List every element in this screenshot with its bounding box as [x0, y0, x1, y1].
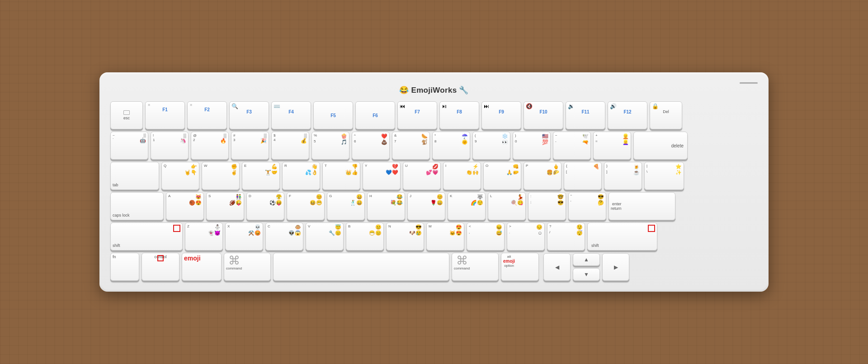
command-right-key[interactable]: ⌘ command	[452, 253, 499, 281]
u-key[interactable]: U💋 💕💗	[403, 162, 441, 190]
shift-right-red-square	[648, 225, 655, 232]
f3-key[interactable]: 🔍 F3	[229, 101, 269, 129]
period-key[interactable]: >😔 .☺️	[507, 222, 545, 251]
f4-key[interactable]: ⌨️ F4	[271, 101, 311, 129]
f7-key[interactable]: ⏮ F7	[397, 101, 437, 129]
5-key[interactable]: %🍿 5🎵	[311, 132, 349, 160]
keyboard: 😂 EmojiWorks 🔧 esc ☀ F1 ☀ F2	[99, 72, 769, 292]
capslock-label: caps lock	[113, 213, 130, 217]
enter-label: enter	[612, 202, 622, 206]
fn-key[interactable]: fn	[110, 253, 139, 281]
f10-key[interactable]: 🔇 F10	[524, 101, 563, 129]
arrow-up-key[interactable]: ▲	[573, 253, 600, 266]
arrow-left-key[interactable]: ◀	[543, 253, 571, 281]
backslash-key[interactable]: |⭐ \✨	[644, 162, 684, 190]
i-key[interactable]: I⚡ 👏🙌	[443, 162, 481, 190]
v-key[interactable]: V😇 🔧😑	[306, 222, 344, 251]
q-key[interactable]: Q👉 🤘👇	[161, 162, 199, 190]
arrow-down-key[interactable]: ▼	[573, 268, 600, 281]
f8-key[interactable]: ⏯ F8	[439, 101, 479, 129]
g-key[interactable]: G😀 🕺😄	[327, 192, 365, 220]
delete-key[interactable]: delete	[633, 132, 688, 160]
tab-label: tab	[113, 183, 118, 187]
alt-option-key[interactable]: alt emoji option	[501, 253, 539, 281]
esc-key[interactable]: esc	[110, 101, 143, 129]
return-label: return	[611, 206, 622, 211]
comma-key[interactable]: <😖 ,😅	[467, 222, 505, 251]
capslock-key[interactable]: caps lock	[110, 192, 164, 220]
6-key[interactable]: ^❤️ 6💩	[352, 132, 390, 160]
del-key[interactable]: 🔒 Del	[650, 101, 682, 129]
b-key[interactable]: B😐 😷😑	[346, 222, 384, 251]
shift-right-key[interactable]: shift	[587, 222, 657, 251]
function-row: esc ☀ F1 ☀ F2 🔍 F3 ⌨️ F4 F5	[110, 101, 758, 129]
asdf-row: caps lock A😻 🏀😍 S👫 🏈😜	[110, 192, 758, 220]
f2-key[interactable]: ☀ F2	[187, 101, 227, 129]
w-key[interactable]: W✊ ✌️	[202, 162, 240, 190]
y-key[interactable]: Y💔 💙❤️	[363, 162, 401, 190]
1-key[interactable]: !▓ 1🦄	[151, 132, 189, 160]
j-key[interactable]: J😊 🌹😄	[407, 192, 445, 220]
n-key[interactable]: N😎 🐶😢	[386, 222, 424, 251]
2-key[interactable]: @▓ 2🔥	[191, 132, 229, 160]
p-key[interactable]: P🖕 🍔🌮	[524, 162, 561, 190]
equals-key[interactable]: +👱 =👱‍♀️	[593, 132, 631, 160]
delete-label: delete	[671, 143, 684, 148]
shift-right-label: shift	[591, 243, 599, 248]
shift-red-square	[173, 225, 180, 232]
z-key[interactable]: Z⛄ 👻😈	[185, 222, 223, 251]
brand-bar: 😂 EmojiWorks 🔧	[110, 85, 758, 95]
m-key[interactable]: M😍 🐱😍	[426, 222, 464, 251]
d-key[interactable]: D😤 ⚽😝	[246, 192, 284, 220]
zxcv-row: shift Z⛄ 👻😈 X💀 ⚒️😡	[110, 222, 758, 251]
bottom-row: fn control emoji ⌘ command	[110, 253, 758, 281]
s-key[interactable]: S👫 🏈😜	[206, 192, 244, 220]
f11-key[interactable]: 🔉 F11	[566, 101, 605, 129]
command-right-label: command	[454, 266, 470, 270]
8-key[interactable]: *☂️ 8🌞	[432, 132, 470, 160]
qwerty-row: tab Q👉 🤘👇 W✊ ✌️	[110, 162, 758, 190]
rbracket-key[interactable]: }🍺 ]☕	[604, 162, 642, 190]
l-key[interactable]: L💃 🍭😋	[488, 192, 526, 220]
f5-key[interactable]: F5	[313, 101, 353, 129]
keyboard-rows: esc ☀ F1 ☀ F2 🔍 F3 ⌨️ F4 F5	[110, 101, 758, 281]
quote-key[interactable]: "😎 '🤔	[568, 192, 606, 220]
sleep-indicator	[740, 82, 758, 84]
r-key[interactable]: R👋 💦👌	[282, 162, 320, 190]
7-key[interactable]: &🌭 7🐒	[392, 132, 430, 160]
arrow-right-key[interactable]: ▶	[602, 253, 629, 281]
tab-key[interactable]: tab	[110, 162, 159, 190]
arrow-top-row: ◀ ▲ ▼ ▶	[543, 253, 629, 281]
f-key[interactable]: F😊 😆😬	[287, 192, 325, 220]
lbracket-key[interactable]: {🍕 [	[564, 162, 602, 190]
c-key[interactable]: C🐵 👽😱	[265, 222, 303, 251]
f6-key[interactable]: F6	[355, 101, 395, 129]
e-key[interactable]: E💪 🏋️🤝	[242, 162, 280, 190]
emoji-left-label: emoji	[184, 255, 201, 262]
semicolon-key[interactable]: :🤓 ;😎	[528, 192, 566, 220]
f12-key[interactable]: 🔊 F12	[608, 101, 647, 129]
slash-key[interactable]: ?😟 /😴	[547, 222, 585, 251]
shift-left-key[interactable]: shift	[110, 222, 183, 251]
o-key[interactable]: O👊 🙏🤛	[483, 162, 521, 190]
command-left-key[interactable]: ⌘ command	[224, 253, 271, 281]
control-key[interactable]: control	[142, 253, 179, 281]
9-key[interactable]: (❄️ 9👀	[472, 132, 510, 160]
fn-label: fn	[113, 255, 116, 259]
h-key[interactable]: H😂 💐😂	[367, 192, 405, 220]
x-key[interactable]: X💀 ⚒️😡	[225, 222, 263, 251]
minus-key[interactable]: −🕊️ -🔫	[553, 132, 591, 160]
t-key[interactable]: T👎 👑👍	[322, 162, 360, 190]
k-key[interactable]: K🐺 🌈😌	[448, 192, 486, 220]
enter-key[interactable]: enter return	[609, 192, 675, 220]
f9-key[interactable]: ⏭ F9	[481, 101, 521, 129]
emoji-left-key[interactable]: emoji	[182, 253, 222, 281]
0-key[interactable]: )🇺🇸 0💯	[513, 132, 551, 160]
3-key[interactable]: #▓ 3🎉	[231, 132, 269, 160]
4-key[interactable]: $▓ 4💰	[271, 132, 309, 160]
spacebar[interactable]	[273, 253, 449, 281]
f1-key[interactable]: ☀ F1	[145, 101, 185, 129]
a-key[interactable]: A😻 🏀😍	[166, 192, 204, 220]
number-row: ~▓ `🤖 !▓ 1🦄 @▓ 2	[110, 132, 758, 160]
tilde-key[interactable]: ~▓ `🤖	[110, 132, 148, 160]
